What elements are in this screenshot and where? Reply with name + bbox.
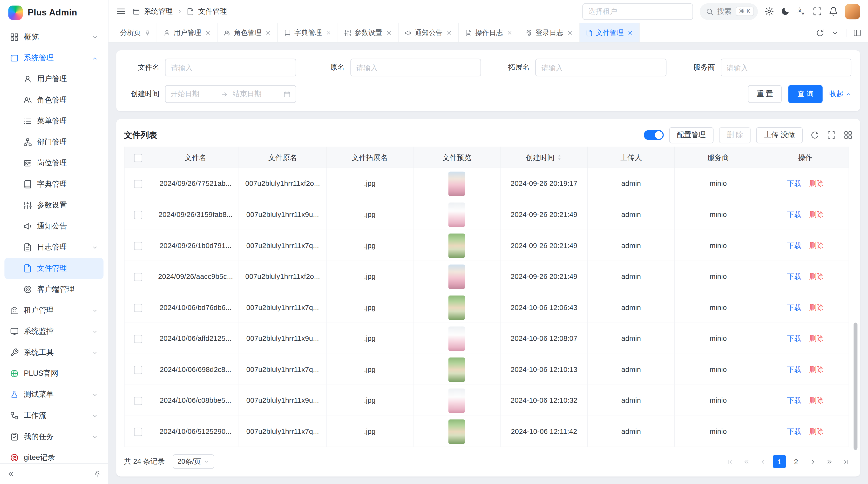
sidebar-item-20[interactable]: gitee记录 [4,447,103,463]
close-icon[interactable] [506,30,513,36]
date-range-input[interactable]: 开始日期 结束日期 [165,85,296,103]
tenant-select[interactable] [582,3,693,20]
filter-input-0[interactable] [165,59,296,76]
refresh-table-icon[interactable] [810,131,819,139]
sort-icon[interactable] [556,153,562,161]
jump-forward-button[interactable] [823,455,836,468]
row-checkbox[interactable] [134,211,142,219]
global-search[interactable]: 搜索 ⌘ K [700,3,758,20]
row-checkbox[interactable] [134,241,142,250]
close-icon[interactable] [385,30,392,36]
tab-7[interactable]: 登录日志 [519,23,579,42]
tab-4[interactable]: 参数设置 [338,23,398,42]
sidebar-item-12[interactable]: 客户端管理 [4,279,103,300]
filter-input-2[interactable] [535,59,666,76]
sidebar-item-2[interactable]: 用户管理 [4,69,103,90]
config-toggle[interactable] [644,130,664,140]
sidebar-item-4[interactable]: 菜单管理 [4,110,103,132]
sidebar-item-17[interactable]: 测试菜单 [4,384,103,405]
delete-link[interactable]: 删除 [809,241,824,249]
breadcrumb-item[interactable]: 文件管理 [198,6,227,16]
table-scrollbar[interactable] [854,323,858,450]
sidebar-item-18[interactable]: 工作流 [4,405,103,426]
breadcrumb-item[interactable]: 系统管理 [144,6,173,16]
sidebar-item-15[interactable]: 系统工具 [4,342,103,363]
gear-icon[interactable] [765,7,774,16]
sidebar-item-3[interactable]: 角色管理 [4,90,103,110]
download-link[interactable]: 下载 [787,334,802,342]
batch-delete-button[interactable]: 删 除 [719,127,751,143]
delete-link[interactable]: 删除 [809,427,824,435]
filter-input-1[interactable] [350,59,481,76]
sidebar-item-5[interactable]: 部门管理 [4,132,103,153]
page-size-select[interactable]: 20条/页 [173,454,214,469]
tab-8[interactable]: 文件管理 [579,23,640,42]
download-link[interactable]: 下载 [787,303,802,311]
search-button[interactable]: 查 询 [788,85,823,103]
file-preview-image[interactable] [448,264,465,289]
row-checkbox[interactable] [134,366,142,374]
delete-link[interactable]: 删除 [809,365,824,373]
sidebar-item-9[interactable]: 通知公告 [4,216,103,237]
refresh-tab-icon[interactable] [816,28,824,37]
row-checkbox[interactable] [134,334,142,343]
tab-0[interactable]: 分析页 [114,23,157,42]
tab-3[interactable]: 字典管理 [278,23,338,42]
file-preview-image[interactable] [448,388,465,413]
user-avatar[interactable] [845,4,860,19]
close-icon[interactable] [205,30,211,36]
download-link[interactable]: 下载 [787,365,802,373]
column-header[interactable]: 创建时间 [500,147,587,168]
hamburger-icon[interactable] [116,7,126,16]
prev-page-button[interactable] [756,455,769,468]
download-link[interactable]: 下载 [787,241,802,249]
download-link[interactable]: 下载 [787,210,802,218]
column-settings-icon[interactable] [844,131,852,139]
filter-input-3[interactable] [720,59,851,76]
fullscreen-icon[interactable] [812,7,822,16]
tab-actions-dropdown-icon[interactable] [831,28,839,37]
row-checkbox[interactable] [134,303,142,312]
app-logo[interactable]: Plus Admin [0,0,108,26]
delete-link[interactable]: 删除 [809,179,824,187]
page-number-2[interactable]: 2 [789,455,803,468]
config-manage-button[interactable]: 配置管理 [669,127,713,143]
close-icon[interactable] [265,30,271,36]
row-checkbox[interactable] [134,180,142,188]
translate-icon[interactable]: 文A [797,7,806,16]
close-icon[interactable] [446,30,452,36]
sidebar-item-16[interactable]: PLUS官网 [4,363,103,384]
row-checkbox[interactable] [134,396,142,405]
download-link[interactable]: 下载 [787,396,802,404]
pin-sidebar-button[interactable] [93,470,101,478]
tab-6[interactable]: 操作日志 [459,23,519,42]
row-checkbox[interactable] [134,272,142,281]
file-preview-image[interactable] [448,357,465,382]
file-preview-image[interactable] [448,233,465,258]
file-preview-image[interactable] [448,295,465,320]
page-number-1[interactable]: 1 [773,455,786,468]
download-link[interactable]: 下载 [787,272,802,280]
last-page-button[interactable] [839,455,852,468]
sidebar-item-11[interactable]: 文件管理 [4,258,103,279]
notifications-icon[interactable] [829,7,838,16]
tab-5[interactable]: 通知公告 [398,23,459,42]
sidebar-item-7[interactable]: 字典管理 [4,174,103,195]
sidebar-item-14[interactable]: 系统监控 [4,321,103,342]
delete-link[interactable]: 删除 [809,334,824,342]
close-icon[interactable] [567,30,572,36]
download-link[interactable]: 下载 [787,427,802,435]
sidebar-item-0[interactable]: 概览 [4,27,103,47]
upload-button[interactable]: 上传 没做 [756,127,803,143]
dark-mode-icon[interactable] [780,7,790,16]
select-all-checkbox[interactable] [134,154,142,162]
tab-1[interactable]: 用户管理 [157,23,217,42]
reset-button[interactable]: 重 置 [748,85,782,103]
next-page-button[interactable] [806,455,819,468]
file-preview-image[interactable] [448,326,465,351]
delete-link[interactable]: 删除 [809,210,824,218]
delete-link[interactable]: 删除 [809,303,824,311]
delete-link[interactable]: 删除 [809,396,824,404]
delete-link[interactable]: 删除 [809,272,824,280]
file-preview-image[interactable] [448,171,465,196]
